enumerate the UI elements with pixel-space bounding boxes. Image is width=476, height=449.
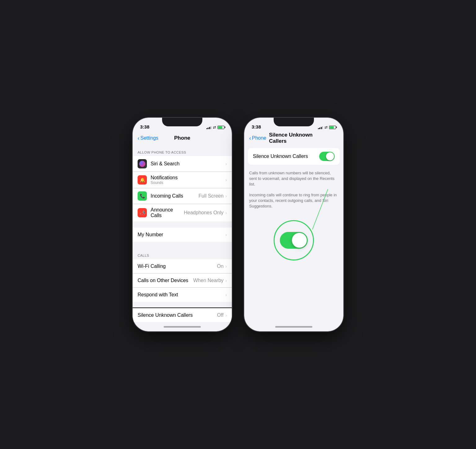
- status-right-2: ⇄: [318, 125, 336, 129]
- toggle-row: Silence Unknown Callers: [248, 148, 340, 165]
- my-number-label: My Number: [138, 232, 225, 238]
- notch: [162, 118, 202, 126]
- signal-bar-2-2: [319, 128, 320, 129]
- back-label-1: Settings: [140, 135, 158, 141]
- other-devices-value: When Nearby: [193, 278, 224, 283]
- screen-content-2: 3:38 ⇄ ‹ Pho: [244, 118, 343, 331]
- other-devices-label: Calls on Other Devices: [138, 278, 193, 283]
- wifi-calling-text: Wi-Fi Calling: [138, 264, 217, 269]
- incoming-calls-item[interactable]: 📞 Incoming Calls Full Screen ›: [133, 188, 232, 204]
- wifi-calling-value: On: [217, 264, 223, 269]
- signal-bar-2-1: [318, 128, 319, 129]
- notifications-label: Notifications: [151, 175, 225, 181]
- siri-search-item[interactable]: Siri & Search ›: [133, 156, 232, 172]
- signal-bar-3: [209, 127, 210, 129]
- status-right-1: ⇄: [206, 125, 225, 129]
- notifications-item[interactable]: 🔔 Notifications Sounds ›: [133, 172, 232, 188]
- announce-calls-text: Announce Calls: [151, 207, 184, 218]
- announce-calls-icon: 📣: [138, 208, 147, 217]
- silence-callers-label: Silence Unknown Callers: [138, 312, 217, 318]
- home-bar-1: [164, 326, 201, 328]
- incoming-calls-value: Full Screen: [198, 193, 223, 199]
- incoming-calls-icon: 📞: [138, 191, 147, 201]
- toggle-section: Silence Unknown Callers: [248, 148, 340, 165]
- respond-text-item[interactable]: Respond with Text ›: [133, 288, 232, 302]
- my-number-chevron: ›: [225, 232, 227, 237]
- section-calls-header: CALLS: [133, 248, 232, 259]
- notifications-icon: 🔔: [138, 175, 147, 185]
- toggle-large-knob: [292, 233, 307, 248]
- siri-text: Siri & Search: [151, 161, 225, 167]
- other-devices-item[interactable]: Calls on Other Devices When Nearby ›: [133, 273, 232, 288]
- incoming-calls-text: Incoming Calls: [151, 193, 198, 199]
- phone-1: 3:38 ⇄ ‹ Set: [133, 118, 232, 331]
- wifi-calling-item[interactable]: Wi-Fi Calling On ›: [133, 259, 232, 273]
- silence-callers-chevron: ›: [225, 313, 227, 318]
- battery-icon-2: [329, 126, 336, 129]
- back-label-2: Phone: [252, 135, 266, 141]
- signal-bar-1: [206, 128, 207, 129]
- calls-section: Wi-Fi Calling On › Calls on Other Device…: [133, 259, 232, 302]
- status-time-1: 3:38: [140, 124, 149, 129]
- battery-fill-2: [330, 126, 334, 129]
- respond-text-text: Respond with Text: [138, 292, 225, 298]
- incoming-calls-chevron: ›: [225, 194, 227, 198]
- detail-content: Silence Unknown Callers Calls from unkno…: [244, 145, 343, 322]
- wifi-icon-2: ⇄: [324, 125, 328, 129]
- settings-list: ALLOW PHONE TO ACCESS Siri & Search ›: [133, 145, 232, 322]
- notifications-chevron: ›: [225, 177, 227, 182]
- announce-calls-chevron: ›: [225, 210, 227, 215]
- back-button-2[interactable]: ‹ Phone: [249, 135, 266, 142]
- toggle-visual: [244, 220, 343, 260]
- announce-calls-label: Announce Calls: [151, 207, 184, 218]
- battery-icon-1: [218, 126, 224, 129]
- signal-bar-2: [208, 128, 209, 129]
- nav-bar-2: ‹ Phone Silence Unknown Callers: [244, 131, 343, 145]
- signal-icon-2: [318, 126, 323, 129]
- home-bar-2: [275, 326, 312, 328]
- my-number-text: My Number: [138, 232, 225, 238]
- detail-desc1: Calls from unknown numbers will be silen…: [244, 168, 343, 190]
- detail-desc2: Incoming calls will continue to ring fro…: [244, 192, 343, 214]
- page-title-2: Silence Unknown Callers: [269, 132, 319, 144]
- respond-text-label: Respond with Text: [138, 292, 225, 298]
- nav-bar-1: ‹ Settings Phone: [133, 131, 232, 145]
- my-number-section: My Number ›: [133, 228, 232, 242]
- wifi-calling-chevron: ›: [225, 264, 227, 269]
- section-allow-header: ALLOW PHONE TO ACCESS: [133, 145, 232, 156]
- silence-callers-value: Off: [217, 312, 223, 318]
- signal-bar-2-4: [322, 126, 323, 129]
- siri-inner: [139, 161, 145, 167]
- silence-callers-item[interactable]: Silence Unknown Callers Off ›: [133, 308, 232, 322]
- signal-icon-1: [206, 126, 212, 129]
- screen-content-1: 3:38 ⇄ ‹ Set: [133, 118, 232, 331]
- home-indicator-1: [133, 322, 232, 331]
- incoming-calls-label: Incoming Calls: [151, 193, 198, 199]
- allow-section: Siri & Search › 🔔 Notifications Sounds: [133, 156, 232, 221]
- siri-icon: [138, 159, 147, 168]
- toggle-large: [280, 232, 308, 249]
- toggle-switch[interactable]: [319, 152, 335, 161]
- back-chevron-icon-2: ‹: [249, 135, 251, 142]
- back-chevron-icon-1: ‹: [138, 135, 139, 142]
- page-title-1: Phone: [174, 135, 190, 141]
- home-indicator-2: [244, 322, 343, 331]
- phone-2: 3:38 ⇄ ‹ Pho: [244, 118, 343, 331]
- toggle-circle-outline: [274, 220, 314, 260]
- other-devices-chevron: ›: [225, 278, 227, 283]
- other-devices-text: Calls on Other Devices: [138, 278, 193, 283]
- announce-calls-value: Headphones Only: [184, 210, 223, 216]
- toggle-label: Silence Unknown Callers: [253, 154, 319, 159]
- back-button-1[interactable]: ‹ Settings: [138, 135, 158, 142]
- my-number-item[interactable]: My Number ›: [133, 228, 232, 242]
- notifications-text: Notifications Sounds: [151, 175, 225, 185]
- silence-callers-text: Silence Unknown Callers: [138, 312, 217, 318]
- notch-2: [274, 118, 314, 126]
- siri-label: Siri & Search: [151, 161, 225, 167]
- screen-1: 3:38 ⇄ ‹ Set: [133, 118, 232, 331]
- signal-bar-2-3: [321, 127, 322, 129]
- respond-text-chevron: ›: [225, 292, 227, 297]
- notifications-sublabel: Sounds: [151, 181, 225, 185]
- announce-calls-item[interactable]: 📣 Announce Calls Headphones Only ›: [133, 204, 232, 221]
- battery-fill-1: [218, 126, 222, 129]
